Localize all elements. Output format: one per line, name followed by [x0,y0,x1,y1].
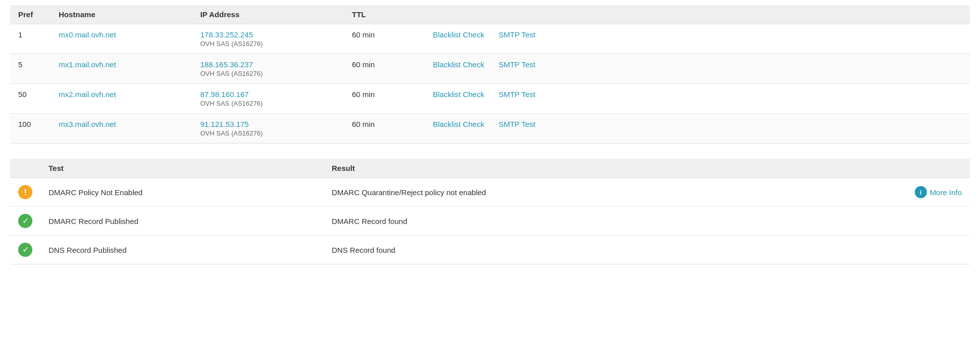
mx-hostname-link[interactable]: mx2.mail.ovh.net [59,90,116,99]
test-results-table: Test Result ! DMARC Policy Not Enabled D… [10,159,970,264]
smtp-test-link[interactable]: SMTP Test [499,120,536,128]
test-table-row: ✓ DMARC Record Published DMARC Record fo… [10,207,970,236]
warning-icon: ! [18,185,32,199]
test-header-test: Test [40,159,324,178]
test-header-moreinfo [678,159,970,178]
smtp-test-link[interactable]: SMTP Test [499,30,536,39]
mx-ip-link[interactable]: 87.98.160.167 [200,90,249,99]
page-wrapper: Pref Hostname IP Address TTL 1 mx0.mail.… [0,0,980,275]
mx-hostname-link[interactable]: mx3.mail.ovh.net [59,120,116,128]
mx-ip-link[interactable]: 178.33.252.245 [200,30,253,39]
mx-ip: 178.33.252.245 OVH SAS (AS16276) [192,24,344,54]
test-icon-cell: ✓ [10,207,40,236]
mx-ip: 188.165.36.237 OVH SAS (AS16276) [192,54,344,84]
mx-hostname-link[interactable]: mx1.mail.ovh.net [59,60,116,69]
mx-table-row: 1 mx0.mail.ovh.net 178.33.252.245 OVH SA… [10,24,970,54]
mx-pref: 100 [10,114,51,144]
test-more-info-cell [678,207,970,236]
mx-ip: 87.98.160.167 OVH SAS (AS16276) [192,84,344,114]
mx-hostname: mx3.mail.ovh.net [51,114,192,144]
mx-table-row: 50 mx2.mail.ovh.net 87.98.160.167 OVH SA… [10,84,970,114]
test-header-result: Result [324,159,678,178]
mx-hostname-link[interactable]: mx0.mail.ovh.net [59,30,116,39]
blacklist-check-link[interactable]: Blacklist Check [433,30,484,39]
mx-actions: Blacklist Check SMTP Test [425,84,970,114]
mx-header-ttl: TTL [344,5,425,24]
info-icon: i [915,186,927,198]
more-info-label: More Info [930,188,962,197]
mx-actions: Blacklist Check SMTP Test [425,114,970,144]
test-table-row: ✓ DNS Record Published DNS Record found [10,236,970,264]
mx-actions: Blacklist Check SMTP Test [425,54,970,84]
mx-ttl: 60 min [344,24,425,54]
mx-table-row: 5 mx1.mail.ovh.net 188.165.36.237 OVH SA… [10,54,970,84]
test-table-row: ! DMARC Policy Not Enabled DMARC Quarant… [10,178,970,207]
mx-ip-link[interactable]: 188.165.36.237 [200,60,253,69]
mx-pref: 5 [10,54,51,84]
mx-pref: 1 [10,24,51,54]
test-name: DMARC Record Published [40,207,324,236]
test-icon-cell: ✓ [10,236,40,264]
mx-isp: OVH SAS (AS16276) [200,100,336,107]
success-icon: ✓ [18,214,32,228]
test-name: DMARC Policy Not Enabled [40,178,324,207]
mx-pref: 50 [10,84,51,114]
mx-hostname: mx0.mail.ovh.net [51,24,192,54]
test-header-icon [10,159,40,178]
mx-header-hostname: Hostname [51,5,192,24]
blacklist-check-link[interactable]: Blacklist Check [433,60,484,69]
smtp-test-link[interactable]: SMTP Test [499,90,536,99]
mx-table-row: 100 mx3.mail.ovh.net 91.121.53.175 OVH S… [10,114,970,144]
test-result: DNS Record found [324,236,678,264]
mx-isp: OVH SAS (AS16276) [200,40,336,48]
mx-actions: Blacklist Check SMTP Test [425,24,970,54]
mx-hostname: mx1.mail.ovh.net [51,54,192,84]
mx-isp: OVH SAS (AS16276) [200,129,336,137]
mx-ip-link[interactable]: 91.121.53.175 [200,120,249,128]
mx-ttl: 60 min [344,54,425,84]
mx-ip: 91.121.53.175 OVH SAS (AS16276) [192,114,344,144]
more-info-button[interactable]: i More Info [915,186,962,198]
mx-isp: OVH SAS (AS16276) [200,70,336,77]
test-more-info-cell: i More Info [678,178,970,207]
mx-hostname: mx2.mail.ovh.net [51,84,192,114]
smtp-test-link[interactable]: SMTP Test [499,60,536,69]
mx-header-pref: Pref [10,5,51,24]
mx-header-actions [425,5,970,24]
blacklist-check-link[interactable]: Blacklist Check [433,90,484,99]
test-more-info-cell [678,236,970,264]
mx-records-table: Pref Hostname IP Address TTL 1 mx0.mail.… [10,5,970,144]
test-result: DMARC Quarantine/Reject policy not enabl… [324,178,678,207]
test-result: DMARC Record found [324,207,678,236]
mx-header-ip: IP Address [192,5,344,24]
test-name: DNS Record Published [40,236,324,264]
mx-ttl: 60 min [344,84,425,114]
mx-ttl: 60 min [344,114,425,144]
test-icon-cell: ! [10,178,40,207]
blacklist-check-link[interactable]: Blacklist Check [433,120,484,128]
success-icon: ✓ [18,243,32,257]
